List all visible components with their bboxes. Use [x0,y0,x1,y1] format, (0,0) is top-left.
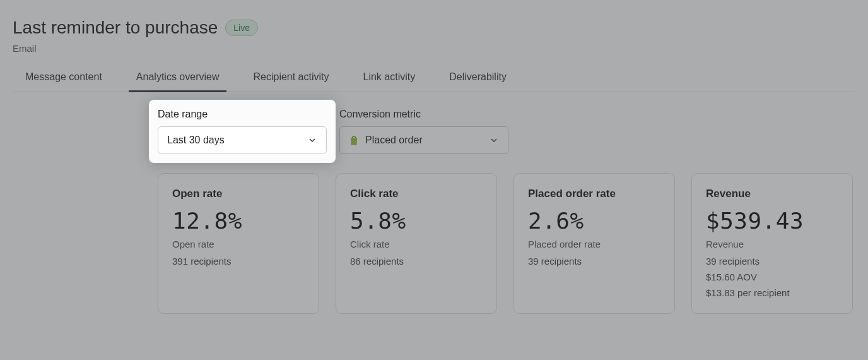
metric-title: Open rate [172,188,305,200]
metric-detail: 86 recipients [350,256,483,267]
metric-card-open-rate[interactable]: Open rate 12.8% Open rate 391 recipients [158,173,319,314]
metric-subtitle: Revenue [706,239,838,249]
metric-title: Placed order rate [528,188,660,200]
date-range-select[interactable]: Last 30 days [158,126,327,154]
metric-subtitle: Open rate [172,239,305,249]
tab-label: Link activity [363,71,416,82]
metric-card-revenue[interactable]: Revenue $539.43 Revenue 39 recipients $1… [691,173,853,314]
metric-detail: $13.83 per recipient [706,287,838,298]
metric-card-click-rate[interactable]: Click rate 5.8% Click rate 86 recipients [336,173,497,314]
status-badge: Live [225,20,258,36]
conversion-metric-label: Conversion metric [339,109,508,120]
metric-value: 5.8% [350,208,483,234]
metric-detail: 39 recipients [706,256,838,267]
metric-value: 12.8% [172,208,305,234]
page-root: Last reminder to purchase Live Email Mes… [0,0,868,360]
metric-value: $539.43 [706,208,838,234]
chevron-down-icon [489,135,499,145]
content: Date range Last 30 days Conversion metri… [0,92,868,333]
date-range-filter: Date range Last 30 days [158,109,327,154]
tab-link-activity[interactable]: Link activity [363,71,416,92]
conversion-metric-filter: Conversion metric Placed order [339,109,508,154]
tab-recipient-activity[interactable]: Recipient activity [253,71,329,92]
shopify-bag-icon [349,135,359,146]
metric-detail: 39 recipients [528,256,660,267]
tab-deliverability[interactable]: Deliverability [449,71,507,92]
metric-card-placed-order-rate[interactable]: Placed order rate 2.6% Placed order rate… [513,173,675,314]
title-row: Last reminder to purchase Live [13,18,855,38]
metric-cards: Open rate 12.8% Open rate 391 recipients… [158,173,855,314]
metric-title: Click rate [350,188,483,200]
date-range-value: Last 30 days [167,135,225,146]
tabs: Message content Analytics overview Recip… [13,71,855,92]
tab-label: Message content [25,71,102,82]
page-header: Last reminder to purchase Live Email Mes… [0,0,868,92]
chevron-down-icon [307,135,317,145]
metric-title: Revenue [706,188,838,200]
conversion-metric-value: Placed order [365,135,423,146]
page-title: Last reminder to purchase [13,18,218,38]
tab-message-content[interactable]: Message content [25,71,102,92]
filters-row: Date range Last 30 days Conversion metri… [158,109,855,154]
conversion-metric-select[interactable]: Placed order [339,126,508,154]
channel-label: Email [13,43,855,54]
metric-detail: 391 recipients [172,256,305,267]
tab-label: Recipient activity [253,71,329,82]
metric-subtitle: Click rate [350,239,483,249]
metric-detail: $15.60 AOV [706,272,838,282]
metric-subtitle: Placed order rate [528,239,660,249]
metric-value: 2.6% [528,208,660,234]
tab-analytics-overview[interactable]: Analytics overview [136,71,220,92]
tab-label: Analytics overview [136,71,220,82]
date-range-label: Date range [158,109,327,120]
tab-label: Deliverability [449,71,507,82]
